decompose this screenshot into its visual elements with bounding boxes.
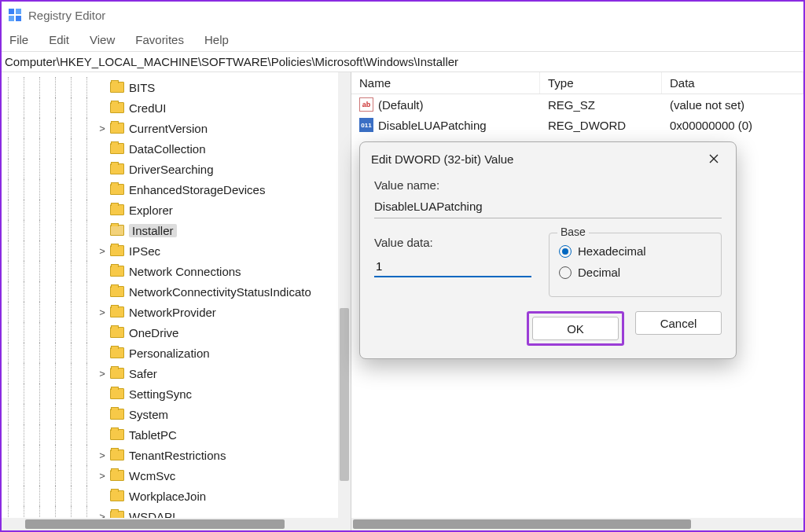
column-header-type[interactable]: Type: [540, 72, 662, 94]
tree-item[interactable]: WorkplaceJoin: [2, 486, 351, 506]
tree-item[interactable]: OneDrive: [2, 322, 351, 343]
dialog-titlebar[interactable]: Edit DWORD (32-bit) Value: [360, 142, 736, 175]
radio-icon: [559, 245, 572, 258]
tree-item-label: Explorer: [129, 204, 173, 217]
expander-icon[interactable]: >: [96, 245, 108, 257]
expander-icon[interactable]: >: [96, 470, 108, 482]
column-header-name[interactable]: Name: [351, 72, 540, 94]
tree-item[interactable]: Network Connections: [2, 261, 351, 281]
dialog-body: Value name: DisableLUAPatching Value dat…: [360, 175, 736, 358]
value-name-field[interactable]: DisableLUAPatching: [374, 198, 722, 218]
folder-icon: [110, 347, 124, 358]
tree-item[interactable]: >Safer: [2, 363, 351, 383]
folder-icon: [110, 511, 124, 518]
tree-item[interactable]: Installer: [2, 220, 351, 240]
tree-horizontal-scrollbar[interactable]: [2, 518, 351, 530]
registry-editor-window: Registry Editor File Edit View Favorites…: [0, 0, 805, 532]
expander-icon[interactable]: >: [96, 511, 108, 519]
folder-icon: [110, 266, 124, 277]
value-name-label: Value name:: [374, 178, 722, 192]
folder-icon: [110, 225, 124, 236]
value-data-input[interactable]: [374, 255, 531, 277]
menu-view[interactable]: View: [86, 31, 118, 48]
tree-item[interactable]: >IPSec: [2, 240, 351, 261]
column-header-data[interactable]: Data: [662, 72, 803, 94]
list-body: ab(Default)REG_SZ(value not set)011Disab…: [351, 94, 803, 135]
radio-icon: [559, 266, 572, 279]
tree-item[interactable]: TabletPC: [2, 424, 351, 445]
base-legend: Base: [557, 226, 589, 238]
folder-icon: [110, 449, 124, 460]
list-row[interactable]: ab(Default)REG_SZ(value not set): [351, 94, 803, 115]
tree-item[interactable]: >WSDAPI: [2, 506, 351, 518]
tree-item-label: OneDrive: [129, 326, 178, 339]
tree-item-label: System: [129, 408, 168, 421]
tree-item-label: CredUI: [129, 101, 167, 115]
tree-item[interactable]: NetworkConnectivityStatusIndicato: [2, 281, 351, 302]
dword-value-icon: 011: [359, 118, 373, 132]
tree-item-label: NetworkProvider: [129, 306, 216, 319]
folder-icon: [110, 388, 124, 399]
tree-item[interactable]: >NetworkProvider: [2, 302, 351, 322]
tree-item[interactable]: >TenantRestrictions: [2, 445, 351, 465]
svg-rect-0: [9, 9, 14, 14]
tree-pane: BITSCredUI>CurrentVersionDataCollectionD…: [2, 72, 351, 530]
string-value-icon: ab: [359, 97, 373, 112]
scrollbar-thumb[interactable]: [340, 308, 349, 481]
dialog-buttons: OK Cancel: [374, 311, 722, 346]
folder-icon: [110, 429, 124, 440]
tree-item-label: TenantRestrictions: [129, 449, 226, 462]
tree-item[interactable]: Personalization: [2, 343, 351, 363]
folder-icon: [110, 102, 124, 113]
value-data: 0x00000000 (0): [662, 119, 803, 132]
expander-icon[interactable]: >: [96, 368, 108, 380]
menu-file[interactable]: File: [6, 31, 31, 48]
folder-icon: [110, 306, 124, 317]
scrollbar-thumb[interactable]: [25, 519, 285, 529]
tree-item-label: BITS: [129, 81, 155, 94]
address-path: Computer\HKEY_LOCAL_MACHINE\SOFTWARE\Pol…: [5, 55, 458, 68]
menu-help[interactable]: Help: [201, 31, 232, 48]
tree-item[interactable]: >CurrentVersion: [2, 118, 351, 138]
tree-item-label: DriverSearching: [129, 163, 214, 176]
tree-item-label: NetworkConnectivityStatusIndicato: [129, 285, 311, 299]
tree-item[interactable]: DataCollection: [2, 138, 351, 159]
expander-icon[interactable]: >: [96, 306, 108, 318]
tree-item-label: WSDAPI: [129, 510, 175, 519]
ok-button[interactable]: OK: [532, 317, 619, 340]
radio-decimal[interactable]: Decimal: [559, 266, 711, 279]
tree-vertical-scrollbar[interactable]: [338, 72, 351, 530]
folder-icon: [110, 368, 124, 379]
tree-item[interactable]: DriverSearching: [2, 159, 351, 179]
value-data-label: Value data:: [374, 236, 531, 249]
tree-item[interactable]: SettingSync: [2, 383, 351, 404]
window-title: Registry Editor: [28, 9, 105, 22]
list-horizontal-scrollbar[interactable]: [351, 518, 803, 530]
menu-edit[interactable]: Edit: [46, 31, 72, 48]
folder-icon: [110, 143, 124, 154]
tree-item[interactable]: >WcmSvc: [2, 465, 351, 486]
tree-item[interactable]: System: [2, 404, 351, 424]
tree-item[interactable]: BITS: [2, 77, 351, 97]
titlebar: Registry Editor: [2, 2, 803, 28]
menu-favorites[interactable]: Favorites: [132, 31, 187, 48]
cancel-button[interactable]: Cancel: [635, 311, 722, 335]
folder-icon: [110, 163, 124, 174]
expander-icon[interactable]: >: [96, 449, 108, 461]
dialog-title: Edit DWORD (32-bit) Value: [371, 152, 513, 166]
tree-item[interactable]: CredUI: [2, 97, 351, 118]
expander-icon[interactable]: >: [96, 123, 108, 134]
app-icon: [8, 8, 22, 22]
svg-rect-3: [16, 16, 21, 21]
tree-view[interactable]: BITSCredUI>CurrentVersionDataCollectionD…: [2, 72, 351, 518]
address-bar[interactable]: Computer\HKEY_LOCAL_MACHINE\SOFTWARE\Pol…: [2, 52, 803, 72]
list-row[interactable]: 011DisableLUAPatchingREG_DWORD0x00000000…: [351, 115, 803, 135]
radio-hexadecimal[interactable]: Hexadecimal: [559, 244, 711, 258]
tree-item-label: IPSec: [129, 244, 160, 258]
menubar: File Edit View Favorites Help: [2, 28, 803, 52]
scrollbar-thumb[interactable]: [353, 519, 691, 529]
close-icon[interactable]: [703, 148, 725, 170]
tree-item[interactable]: Explorer: [2, 200, 351, 220]
tree-item-label: WcmSvc: [129, 469, 175, 482]
tree-item[interactable]: EnhancedStorageDevices: [2, 179, 351, 200]
